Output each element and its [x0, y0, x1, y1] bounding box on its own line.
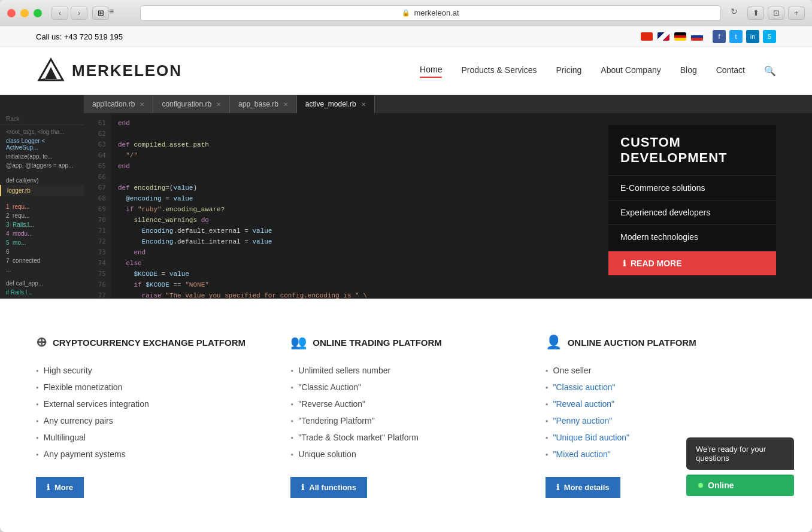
- trading-allfunctions-button[interactable]: ℹ All functions: [290, 477, 367, 498]
- flag-cn[interactable]: [641, 32, 653, 41]
- close-tab-icon[interactable]: ✕: [140, 101, 144, 108]
- nav-links: Home Products & Services Pricing About C…: [420, 65, 776, 78]
- list-item: "Classic Auction": [290, 379, 521, 396]
- logo[interactable]: MERKELEON: [36, 56, 182, 86]
- tab-label: active_model.rb: [305, 100, 356, 108]
- facebook-icon[interactable]: f: [713, 30, 726, 43]
- auction-details-button[interactable]: ℹ More details: [546, 477, 620, 498]
- nav-home[interactable]: Home: [420, 65, 442, 78]
- nav-contact[interactable]: Contact: [716, 65, 745, 77]
- online-dot: [698, 483, 703, 488]
- call-info: Call us: +43 720 519 195: [36, 32, 123, 41]
- tab-appbase[interactable]: app_base.rb ✕: [230, 95, 297, 113]
- list-item: External services integration: [36, 396, 266, 412]
- chat-widget: We're ready for your questions Online: [686, 437, 794, 496]
- trading-title: 👥 ONLINE TRADING PLATFORM: [290, 335, 521, 350]
- menu-button[interactable]: ≡: [109, 7, 126, 20]
- new-tab-button[interactable]: +: [788, 7, 805, 20]
- nav-blog[interactable]: Blog: [680, 65, 697, 77]
- tab-configuration[interactable]: configuration.rb ✕: [153, 95, 230, 113]
- nav-header: MERKELEON Home Products & Services Prici…: [0, 47, 812, 95]
- info-icon: ℹ: [47, 483, 50, 492]
- search-icon[interactable]: 🔍: [764, 65, 776, 77]
- trading-features: Unlimited sellers number "Classic Auctio…: [290, 362, 521, 463]
- read-more-label: READ MORE: [631, 259, 682, 268]
- overlay-item-technologies[interactable]: Modern technologies: [608, 224, 776, 249]
- chat-online-button[interactable]: Online: [686, 475, 794, 496]
- info-icon: ℹ: [556, 483, 559, 492]
- share-button[interactable]: ⬆: [747, 7, 764, 20]
- penny-auction-link[interactable]: "Penny auction": [553, 416, 613, 425]
- online-label: Online: [708, 481, 734, 490]
- nav-buttons: ‹ ›: [51, 7, 87, 20]
- list-item: One seller: [546, 362, 776, 379]
- url-text: merkeleon.at: [414, 8, 459, 17]
- sidebar-button[interactable]: ⊞: [92, 7, 109, 20]
- call-label: Call us:: [36, 32, 62, 41]
- crypto-icon: ⊕: [36, 335, 47, 350]
- address-bar[interactable]: 🔒 merkeleon.at: [140, 5, 721, 21]
- close-tab-icon[interactable]: ✕: [216, 101, 221, 108]
- close-tab-icon[interactable]: ✕: [283, 101, 288, 108]
- tab-overview-button[interactable]: ⊡: [768, 7, 784, 20]
- back-button[interactable]: ‹: [51, 7, 68, 20]
- nav-about[interactable]: About Company: [601, 65, 660, 77]
- tab-label: configuration.rb: [162, 100, 211, 108]
- traffic-lights: [7, 9, 42, 17]
- close-tab-icon[interactable]: ✕: [361, 101, 366, 108]
- phone-number[interactable]: +43 720 519 195: [64, 32, 123, 41]
- flag-gb[interactable]: [658, 32, 669, 41]
- refresh-button[interactable]: ↻: [731, 7, 747, 20]
- overlay-item-developers[interactable]: Experienced developers: [608, 200, 776, 224]
- forward-button[interactable]: ›: [71, 7, 87, 20]
- list-item: Any currency pairs: [36, 412, 266, 429]
- twitter-icon[interactable]: t: [729, 30, 743, 43]
- list-item: Flexible monetization: [36, 379, 266, 396]
- tab-activemodel[interactable]: active_model.rb ✕: [297, 95, 375, 113]
- auction-btn-label: More details: [564, 483, 610, 492]
- minimize-button[interactable]: [20, 9, 29, 17]
- line-numbers: 6162636465666768697071727374757677787980…: [84, 113, 111, 299]
- logo-text: MERKELEON: [72, 62, 182, 80]
- nav-pricing[interactable]: Pricing: [556, 65, 582, 77]
- linkedin-icon[interactable]: in: [746, 30, 759, 43]
- flag-de[interactable]: [674, 32, 686, 41]
- titlebar: ‹ › ⊞ ≡ 🔒 merkeleon.at ↻ ⬆ ⊡ +: [0, 0, 812, 26]
- nav-products[interactable]: Products & Services: [461, 65, 537, 77]
- logo-svg: [36, 56, 66, 86]
- mixed-auction-link[interactable]: "Mixed auction": [553, 449, 611, 459]
- fullscreen-button[interactable]: [34, 9, 42, 17]
- hero-section: Rack <root_tags, <log tha... class Logge…: [0, 95, 812, 299]
- overlay-item-ecommerce[interactable]: E-Commerce solutions: [608, 175, 776, 200]
- trading-btn-label: All functions: [309, 483, 356, 492]
- svg-marker-1: [45, 67, 57, 79]
- top-bar: Call us: +43 720 519 195 f t in S: [0, 26, 812, 47]
- list-item: Multilingual: [36, 429, 266, 446]
- list-item: Unique solution: [290, 446, 521, 463]
- list-item: High security: [36, 362, 266, 379]
- crypto-features: High security Flexible monetization Exte…: [36, 362, 266, 463]
- list-item: "Reverse Auction": [290, 396, 521, 412]
- read-more-button[interactable]: ℹ READ MORE: [608, 251, 776, 275]
- close-button[interactable]: [7, 9, 16, 17]
- info-icon: ℹ: [301, 483, 304, 492]
- editor-tabs: application.rb ✕ configuration.rb ✕ app_…: [84, 95, 812, 113]
- chat-bubble: We're ready for your questions: [686, 437, 794, 470]
- auction-title: 👤 ONLINE AUCTION PLATFORM: [546, 335, 776, 350]
- info-icon: ℹ: [623, 259, 626, 268]
- social-icons: f t in S: [713, 30, 776, 43]
- list-item: "Classic auction": [546, 379, 776, 396]
- tab-application[interactable]: application.rb ✕: [84, 95, 153, 113]
- skype-icon[interactable]: S: [763, 30, 776, 43]
- flag-ru[interactable]: [691, 32, 703, 41]
- hero-overlay: CUSTOM DEVELOPMENT E-Commerce solutions …: [608, 125, 776, 275]
- classic-auction-link[interactable]: "Classic auction": [553, 382, 616, 392]
- overlay-title: CUSTOM DEVELOPMENT: [608, 125, 776, 175]
- overlay-items: E-Commerce solutions Experienced develop…: [608, 175, 776, 275]
- crypto-more-button[interactable]: ℹ More: [36, 477, 84, 498]
- unique-bid-link[interactable]: "Unique Bid auction": [553, 433, 629, 442]
- auction-icon: 👤: [546, 335, 562, 350]
- trading-icon: 👥: [290, 335, 307, 350]
- list-item: "Trade & Stock market" Platform: [290, 429, 521, 446]
- reveal-auction-link[interactable]: "Reveal auction": [553, 399, 615, 409]
